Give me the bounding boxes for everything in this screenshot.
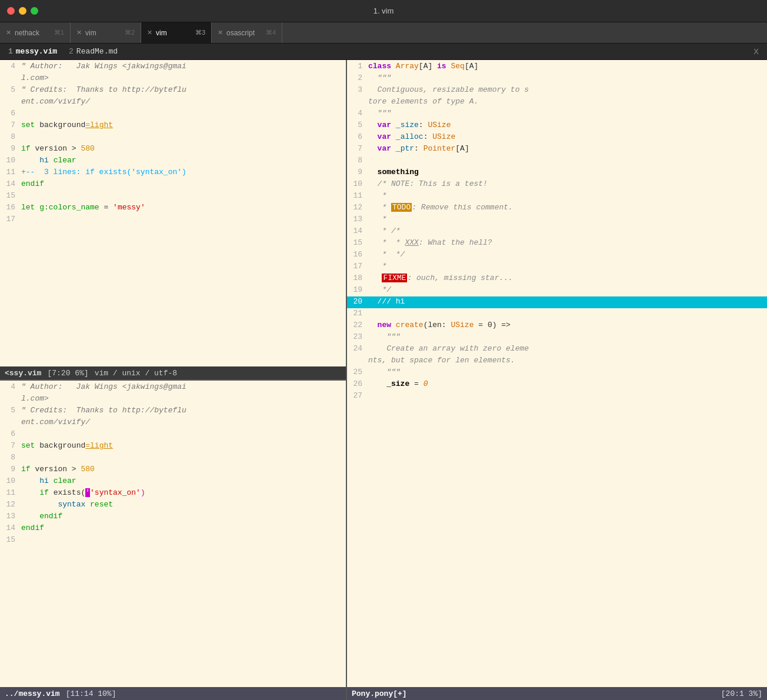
status-filename: <ssy.vim: [5, 369, 41, 378]
code-line: 15 * * XXX: What the hell?: [347, 238, 767, 249]
minimize-button[interactable]: [19, 7, 26, 15]
code-line: 9 if version > 580: [0, 144, 346, 155]
tab-bar: ✕ nethack ⌘1 ✕ vim ⌘2 ✕ vim ⌘3 ✕ osascri…: [0, 22, 767, 44]
code-line: 17: [0, 214, 346, 226]
code-line: 7 set background=light: [0, 120, 346, 132]
tab-vim-3[interactable]: ✕ vim ⌘3: [141, 22, 212, 43]
left-upper-status: <ssy.vim [7:20 6%] vim / unix / utf-8: [0, 366, 346, 379]
code-line: ent.com/vivify/: [0, 417, 346, 429]
editor-container: 1 messy.vim 2 ReadMe.md X 4 " Author: Ja…: [0, 44, 767, 700]
buf-filename: ReadMe.md: [76, 47, 118, 56]
tab-shortcut: ⌘1: [54, 29, 64, 36]
code-line: 3 Contiguous, resizable memory to s: [347, 85, 767, 96]
window-title: 1. vim: [374, 6, 394, 15]
code-line: tore elements of type A.: [347, 96, 767, 108]
status-filename: ../messy.vim: [5, 689, 60, 698]
code-line: 8: [0, 452, 346, 464]
code-line: 13 *: [347, 214, 767, 226]
status-format: vim / unix / utf-8: [95, 369, 177, 378]
code-line-highlighted: 20 /// hi: [347, 296, 767, 308]
tab-shortcut: ⌘2: [125, 29, 135, 36]
code-line: 24 Create an array with zero eleme: [347, 344, 767, 355]
tab-close-icon[interactable]: ✕: [6, 29, 11, 36]
code-line: 4 """: [347, 108, 767, 120]
titlebar: 1. vim: [0, 0, 767, 22]
code-line: 4 " Author: Jak Wings <jakwings@gmai: [0, 61, 346, 73]
code-line: 23 """: [347, 332, 767, 344]
code-line: 7 var _ptr: Pointer[A]: [347, 144, 767, 155]
code-line-fold: 11 +-- 3 lines: if exists('syntax_on'): [0, 167, 346, 179]
buffer-tab-group: 1 messy.vim 2 ReadMe.md: [2, 44, 124, 60]
code-line: 8: [347, 155, 767, 167]
code-line: 16 * */: [347, 249, 767, 261]
code-line: 17 *: [347, 261, 767, 273]
code-line: 9 something: [347, 167, 767, 179]
buffer-tab-readme[interactable]: 2 ReadMe.md: [63, 44, 124, 60]
tab-shortcut: ⌘3: [195, 29, 205, 36]
status-position: [11:14 10%]: [66, 689, 116, 698]
tab-label: nethack: [15, 29, 39, 37]
code-line: nts, but space for len elements.: [347, 355, 767, 367]
code-line: 15: [0, 535, 346, 546]
left-lower-pane[interactable]: 4 " Author: Jak Wings <jakwings@gmai l.c…: [0, 379, 346, 687]
code-line: 11 *: [347, 191, 767, 202]
code-line: ent.com/vivify/: [0, 96, 346, 108]
code-line: 5 " Credits: Thanks to http://byteflu: [0, 405, 346, 417]
tab-nethack[interactable]: ✕ nethack ⌘1: [0, 22, 71, 43]
right-code-area[interactable]: 1 class Array[A] is Seq[A] 2 """ 3 Conti…: [347, 60, 767, 687]
code-line: 2 """: [347, 73, 767, 85]
code-line: 27: [347, 391, 767, 402]
code-line: 10 /* NOTE: This is a test!: [347, 179, 767, 191]
tab-close-icon[interactable]: ✕: [147, 29, 152, 36]
code-line: 12 syntax reset: [0, 499, 346, 511]
code-line: 14 endif: [0, 523, 346, 535]
maximize-button[interactable]: [31, 7, 38, 15]
tab-vim-2[interactable]: ✕ vim ⌘2: [71, 22, 141, 43]
code-line: l.com>: [0, 73, 346, 85]
code-line: 9 if version > 580: [0, 464, 346, 476]
code-line: 26 _size = 0: [347, 379, 767, 391]
tab-label: vim: [85, 29, 96, 37]
tab-osascript[interactable]: ✕ osascript ⌘4: [212, 22, 282, 43]
left-upper-pane[interactable]: 4 " Author: Jak Wings <jakwings@gmai l.c…: [0, 60, 346, 366]
code-line: 14 * /*: [347, 226, 767, 238]
code-line: 16 let g:colors_name = 'messy': [0, 202, 346, 214]
right-status: Pony.pony[+] [20:1 3%]: [347, 687, 767, 700]
code-line: 8: [0, 132, 346, 144]
code-line: 14 endif: [0, 179, 346, 191]
code-line: 21: [347, 308, 767, 320]
buf-filename: messy.vim: [16, 47, 57, 56]
code-line: 1 class Array[A] is Seq[A]: [347, 61, 767, 73]
close-button[interactable]: X: [753, 47, 765, 56]
buffer-tab-messy-vim[interactable]: 1 messy.vim: [2, 44, 63, 60]
code-line: 22 new create(len: USize = 0) =>: [347, 320, 767, 332]
tab-label: osascript: [226, 29, 255, 37]
code-line: l.com>: [0, 394, 346, 405]
tab-close-icon[interactable]: ✕: [218, 29, 223, 36]
tab-label: vim: [156, 29, 167, 37]
left-lower-status: ../messy.vim [11:14 10%]: [0, 687, 346, 700]
code-line: 12 * TODO: Remove this comment.: [347, 202, 767, 214]
code-line-cursor: 11 if exists(''syntax_on'): [0, 488, 346, 499]
buffer-tabs: 1 messy.vim 2 ReadMe.md X: [0, 44, 767, 60]
code-line: 19 */: [347, 285, 767, 296]
right-status-filename: Pony.pony[+]: [352, 689, 407, 698]
code-line: 6 var _alloc: USize: [347, 132, 767, 144]
code-line: 7 set background=light: [0, 441, 346, 452]
panes: 4 " Author: Jak Wings <jakwings@gmai l.c…: [0, 60, 767, 700]
code-line: 4 " Author: Jak Wings <jakwings@gmai: [0, 382, 346, 394]
close-button[interactable]: [7, 7, 15, 15]
code-line: 15: [0, 191, 346, 202]
tab-shortcut: ⌘4: [266, 29, 276, 36]
code-line: 25 """: [347, 367, 767, 379]
left-pane: 4 " Author: Jak Wings <jakwings@gmai l.c…: [0, 60, 347, 700]
code-line: 13 endif: [0, 511, 346, 523]
right-pane: 1 class Array[A] is Seq[A] 2 """ 3 Conti…: [347, 60, 767, 700]
tab-close-icon[interactable]: ✕: [76, 29, 82, 36]
code-line: 10 hi clear: [0, 476, 346, 488]
code-line: 5 var _size: USize: [347, 120, 767, 132]
code-line: 6: [0, 429, 346, 441]
traffic-lights: [7, 7, 38, 15]
buf-num: 1: [8, 47, 13, 56]
buf-num: 2: [69, 47, 74, 56]
